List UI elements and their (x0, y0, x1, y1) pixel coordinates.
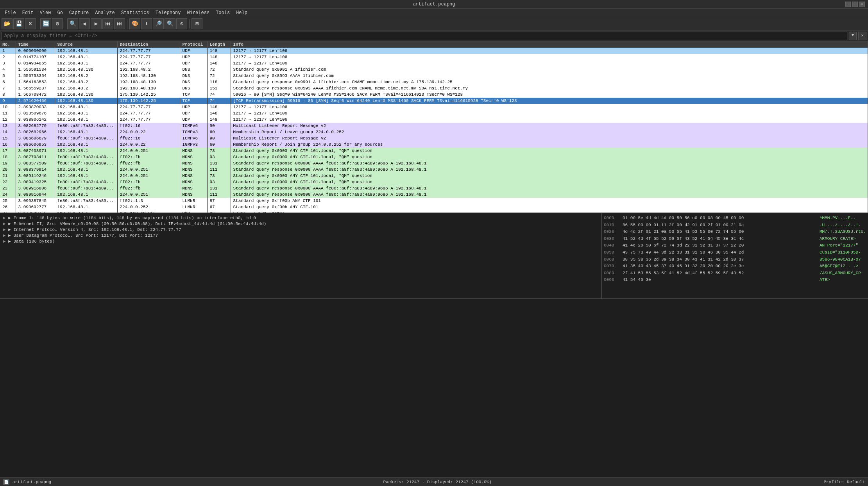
filter-input[interactable] (2, 32, 847, 40)
table-row[interactable]: 20.014774107192.168.48.1224.77.77.77UDP1… (0, 54, 868, 60)
table-row[interactable]: 10.000000000192.168.48.1224.77.77.77UDP1… (0, 48, 868, 54)
go-forward-button[interactable]: ▶ (91, 18, 102, 29)
table-row[interactable]: 173.087408971192.168.48.1224.0.0.251MDNS… (0, 148, 868, 154)
file-icon: 📄 (3, 479, 9, 485)
col-header-src[interactable]: Source (55, 41, 117, 48)
hex-offset: 0000 (604, 215, 619, 222)
detail-line[interactable]: ▶ Frame 1: 148 bytes on wire (1184 bits)… (2, 215, 600, 221)
detail-line[interactable]: ▶ Internet Protocol Version 4, Src: 192.… (2, 227, 600, 232)
find-button[interactable]: 🔍 (67, 18, 78, 29)
table-row[interactable]: 163.086606953192.168.48.1224.0.0.22IGMPv… (0, 141, 868, 148)
table-row[interactable]: 263.090692777192.168.48.1224.0.0.252LLMN… (0, 204, 868, 210)
hex-row: 004041 4e 20 50 6f 72 74 3d 22 31 32 31 … (604, 242, 866, 249)
filter-bar: ▼ ✕ (0, 30, 868, 41)
menu-analyze[interactable]: Analyze (92, 9, 118, 17)
resize-columns-button[interactable]: ⊞ (191, 18, 202, 29)
table-row[interactable]: 41.556591534192.168.48.130192.168.48.2DN… (0, 66, 868, 73)
hex-row: 001086 55 00 00 01 11 2f 00 d2 91 00 2f … (604, 222, 866, 229)
hex-bytes: 86 55 00 00 01 11 2f 00 d2 91 00 2f 91 0… (623, 222, 816, 229)
filter-clear-button[interactable]: ✕ (858, 32, 866, 40)
table-row[interactable]: 203.088379914192.168.48.1224.0.0.251MDNS… (0, 166, 868, 173)
table-row[interactable]: 213.089119246192.168.48.1224.0.0.251MDNS… (0, 173, 868, 179)
go-back-button[interactable]: ◀ (79, 18, 90, 29)
reload-button[interactable]: 🔄 (40, 18, 51, 29)
menu-go[interactable]: Go (54, 9, 66, 17)
table-row[interactable]: 223.089419325fe80::a8f:7a83:4a89...ff02:… (0, 179, 868, 185)
menu-capture[interactable]: Capture (66, 9, 92, 17)
menu-edit[interactable]: Edit (19, 9, 37, 17)
normal-size-button[interactable]: ⊙ (176, 18, 187, 29)
table-row[interactable]: 233.089916806fe80::a8f:7a83:4a89...ff02:… (0, 185, 868, 191)
packet-detail[interactable]: ▶ Frame 1: 148 bytes on wire (1184 bits)… (0, 213, 602, 298)
autoscroll-button[interactable]: ⬇ (141, 18, 152, 29)
hex-offset: 0070 (604, 263, 619, 270)
hex-row: 00802f 41 53 55 53 5f 41 52 4d 4f 55 52 … (604, 270, 866, 277)
hex-offset: 0080 (604, 270, 619, 277)
table-row[interactable]: 183.087793411fe80::a8f:7a83:4a89...ff02:… (0, 154, 868, 160)
menu-tools[interactable]: Tools (213, 9, 233, 17)
table-row[interactable]: 123.038806142192.168.48.1224.77.77.77UDP… (0, 116, 868, 123)
table-row[interactable]: 193.088377509fe80::a8f:7a83:4a89...ff02:… (0, 160, 868, 166)
close-button[interactable]: ✕ (859, 2, 865, 7)
table-row[interactable]: 102.893870033192.168.48.1224.77.77.77UDP… (0, 104, 868, 110)
menu-wireless[interactable]: Wireless (184, 9, 213, 17)
table-row[interactable]: 153.086606679fe80::a8f:7a83:4a89...ff02:… (0, 135, 868, 141)
open-button[interactable]: 📂 (2, 18, 13, 29)
go-to-last-button[interactable]: ⏭ (114, 18, 125, 29)
menu-help[interactable]: Help (233, 9, 251, 17)
table-row[interactable]: 61.564163553192.168.48.2192.168.48.130DN… (0, 79, 868, 85)
profile-text: Profile: Default (823, 480, 865, 484)
menu-statistics[interactable]: Statistics (118, 9, 152, 17)
hex-bytes: 2f 41 53 55 53 5f 41 52 4d 4f 55 52 59 5… (623, 270, 816, 277)
hex-row: 009041 54 45 3eATE> (604, 277, 866, 284)
hex-ascii: ^MMM.PV....E.. (820, 215, 866, 222)
table-row[interactable]: 81.566708472192.168.48.130175.139.142.25… (0, 91, 868, 98)
detail-line[interactable]: ▶ Ethernet II, Src: VMware_c0:00:08 (00:… (2, 221, 600, 227)
table-row[interactable]: 143.082682966192.168.48.1224.0.0.22IGMPv… (0, 129, 868, 135)
detail-line[interactable]: ▶ User Datagram Protocol, Src Port: 1217… (2, 232, 600, 238)
hex-bytes: 41 35 40 43 45 37 40 45 31 32 20 20 00 2… (623, 263, 816, 270)
minimize-button[interactable]: ─ (845, 2, 851, 7)
hex-dump[interactable]: 000001 00 5e 4d 4d 4d 00 50 56 c0 00 08 … (602, 213, 868, 298)
table-row[interactable]: 273.177948755192.168.48.1192.168.48.255U… (0, 210, 868, 213)
table-row[interactable]: 71.566559287192.168.48.2192.168.48.130DN… (0, 85, 868, 91)
close-button2[interactable]: ✖ (25, 18, 36, 29)
menu-telephony[interactable]: Telephony (152, 9, 184, 17)
menu-file[interactable]: File (2, 9, 19, 17)
table-row[interactable]: 113.023509676192.168.48.1224.77.77.77UDP… (0, 110, 868, 116)
hex-bytes: 4d 4d 2f 01 21 0a 53 55 41 53 55 00 72 7… (623, 229, 816, 236)
table-row[interactable]: 51.556753354192.168.48.2192.168.48.130DN… (0, 73, 868, 79)
table-row[interactable]: 253.090387845fe80::a8f:7a83:4a89...ff02:… (0, 198, 868, 204)
hex-offset: 0090 (604, 277, 619, 284)
hex-bytes: 41 4e 20 50 6f 72 74 3d 22 31 32 31 37 3… (623, 242, 816, 249)
detail-line[interactable]: ▶ Data (106 bytes) (2, 238, 600, 244)
hex-ascii: 8586-9840CA1B-07 (820, 256, 866, 263)
col-header-dst[interactable]: Destination (117, 41, 180, 48)
menu-view[interactable]: View (37, 9, 54, 17)
col-header-info[interactable]: Info (231, 41, 868, 48)
hex-ascii: A5@CE7@E12 . .> (820, 263, 866, 270)
filter-dropdown-button[interactable]: ▼ (849, 32, 857, 40)
col-header-time[interactable]: Time (16, 41, 55, 48)
hex-row: 00204d 4d 2f 01 21 0a 53 55 41 53 55 00 … (604, 229, 866, 236)
toolbar-sep1 (38, 19, 38, 29)
maximize-button[interactable]: □ (852, 2, 858, 7)
col-header-len[interactable]: Length (207, 41, 231, 48)
packet-list[interactable]: No. Time Source Destination Protocol Len… (0, 41, 868, 213)
menu-bar: File Edit View Go Capture Analyze Statis… (0, 9, 868, 17)
table-row[interactable]: 243.089916944192.168.48.1224.0.0.251MDNS… (0, 191, 868, 198)
toolbar: 📂 💾 ✖ 🔄 ⚙ 🔍 ◀ ▶ ⏮ ⏭ 🎨 ⬇ 🔎 🔍 ⊙ ⊞ (0, 17, 868, 30)
table-row[interactable]: 92.571620466192.168.48.130175.139.142.25… (0, 98, 868, 104)
colorize-button[interactable]: 🎨 (129, 18, 140, 29)
table-row[interactable]: 133.082682770fe80::a8f:7a83:4a89...ff02:… (0, 123, 868, 129)
table-row[interactable]: 30.014934865192.168.48.1224.77.77.77UDP1… (0, 60, 868, 66)
col-header-proto[interactable]: Protocol (180, 41, 207, 48)
capture-options-button[interactable]: ⚙ (52, 18, 63, 29)
save-button[interactable]: 💾 (13, 18, 24, 29)
go-to-first-button[interactable]: ⏮ (102, 18, 113, 29)
col-header-no[interactable]: No. (0, 41, 16, 48)
zoom-in-button[interactable]: 🔎 (153, 18, 164, 29)
zoom-out-button[interactable]: 🔍 (165, 18, 175, 29)
hex-offset: 0060 (604, 256, 619, 263)
hex-ascii: AN Port="12177" (820, 242, 866, 249)
